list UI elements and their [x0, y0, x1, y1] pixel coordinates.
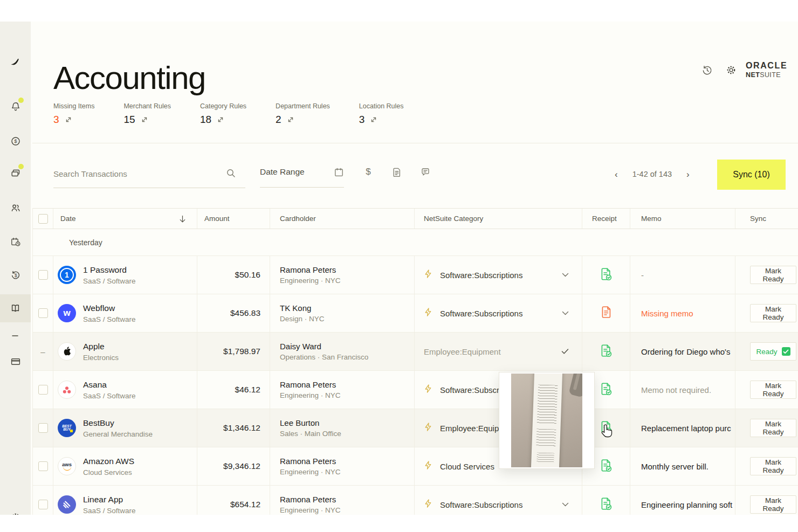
sort-descending-icon — [179, 215, 186, 225]
netsuite-category-dropdown[interactable]: Software:Subscriptions — [415, 294, 582, 332]
notification-dot — [18, 164, 24, 169]
receipt-photo — [511, 374, 582, 467]
search-icon — [226, 169, 236, 180]
row-checkbox[interactable] — [33, 256, 53, 294]
chevron-down-icon[interactable] — [562, 273, 569, 277]
netsuite-category-label: Software:Subscriptions — [440, 500, 522, 509]
sync-cell: Mark Ready — [735, 409, 798, 447]
mark-ready-button[interactable]: Mark Ready — [750, 457, 796, 475]
mark-ready-button[interactable]: Mark Ready — [750, 419, 796, 437]
mark-ready-button[interactable]: Mark Ready — [750, 381, 796, 399]
mouse-cursor-pointer — [601, 424, 615, 441]
merchant-logo-apple — [58, 342, 76, 361]
prev-page-icon[interactable]: ‹ — [615, 170, 618, 179]
expand-icon[interactable] — [217, 114, 224, 126]
cardholder-name: Daisy Ward — [280, 342, 368, 351]
netsuite-category-dropdown[interactable]: Software:Subscriptions — [415, 256, 582, 294]
pagination: ‹ 1-42 of 143 › — [615, 166, 690, 182]
receipt-attached-icon[interactable] — [600, 344, 613, 360]
oracle-netsuite-logo: ORACLE NETSUITE — [746, 61, 787, 79]
chevron-down-icon[interactable] — [562, 502, 569, 507]
cardholder-name: Ramona Peters — [280, 265, 341, 274]
receipt-attached-icon[interactable] — [600, 382, 613, 398]
receipt-attached-icon[interactable] — [600, 459, 613, 474]
mark-ready-button[interactable]: Mark Ready — [750, 495, 796, 514]
sync-cell: Ready — [735, 333, 798, 370]
receipt-filter-icon[interactable] — [390, 165, 404, 179]
row-checkbox[interactable] — [33, 409, 53, 447]
memo-cell: Monthly server bill. — [630, 447, 735, 485]
receipt-attached-icon[interactable] — [600, 267, 613, 283]
select-all-checkbox[interactable] — [33, 209, 53, 229]
column-header-receipt[interactable]: Receipt — [582, 209, 630, 229]
expand-icon[interactable] — [287, 114, 294, 126]
notification-dot — [18, 98, 24, 103]
ready-button[interactable]: Ready — [750, 342, 796, 361]
cardholder-name: Ramona Peters — [280, 457, 341, 466]
sidebar-item-credit-card-icon[interactable] — [0, 350, 31, 374]
row-checkbox[interactable] — [33, 371, 53, 409]
amount-cell: $50.16 — [197, 256, 270, 294]
sync-cell: Mark Ready — [735, 371, 798, 409]
svg-text:$: $ — [14, 138, 17, 144]
netsuite-category-label: Software:Subscriptions — [440, 309, 522, 318]
chevron-down-icon[interactable] — [562, 311, 569, 315]
sync-button[interactable]: Sync (10) — [717, 160, 786, 190]
sidebar-item-dollar-refresh-icon[interactable]: $ — [0, 264, 31, 287]
next-page-icon[interactable]: › — [686, 170, 690, 179]
merchant-category: Cloud Services — [83, 468, 134, 476]
sidebar: $$ — [0, 22, 31, 515]
merchant-name: Asana — [83, 380, 136, 390]
column-header-amount[interactable]: Amount — [197, 209, 270, 229]
sidebar-item-book-icon[interactable] — [0, 294, 31, 322]
expand-icon[interactable] — [65, 114, 72, 126]
cardholder-cell: Daisy WardOperations · San Francisco — [270, 333, 415, 370]
row-checkbox[interactable] — [33, 294, 53, 332]
amount-cell: $9,346.12 — [197, 447, 270, 485]
ready-checkbox-icon[interactable] — [782, 347, 790, 356]
date-range-filter[interactable]: Date Range — [260, 162, 344, 188]
sidebar-item-bell-icon[interactable] — [0, 95, 31, 119]
column-header-memo[interactable]: Memo — [630, 209, 735, 229]
memo-cell: Ordering for Diego who's — [630, 333, 735, 370]
expand-icon[interactable] — [141, 114, 148, 126]
auto-categorized-bolt-icon — [424, 384, 432, 396]
merchant-logo-bestbuy: BESTBUY — [58, 419, 76, 437]
expand-icon[interactable] — [370, 114, 377, 126]
receipt-attached-icon[interactable] — [600, 497, 613, 513]
column-header-sync[interactable]: Sync — [735, 209, 798, 229]
row-checkbox[interactable] — [33, 447, 53, 485]
merchant-category: General Merchandise — [83, 430, 153, 438]
sidebar-item-logo-icon[interactable] — [0, 50, 31, 74]
mark-ready-button[interactable]: Mark Ready — [750, 304, 796, 322]
history-icon[interactable] — [700, 63, 714, 77]
netsuite-category-dropdown[interactable]: Employee:Equipment — [415, 333, 582, 370]
sidebar-item-dollar-circle-icon[interactable]: $ — [0, 129, 31, 153]
mark-ready-button[interactable]: Mark Ready — [750, 266, 796, 284]
merchant-name: Amazon AWS — [83, 457, 134, 466]
memo-filter-icon[interactable] — [418, 165, 432, 179]
receipt-missing-icon[interactable] — [601, 306, 612, 321]
cardholder-name: Lee Burton — [280, 418, 341, 427]
footer-mask — [0, 515, 798, 532]
table-row: 11 PasswordSaaS / Software$50.16Ramona P… — [33, 256, 798, 294]
amount-filter-icon[interactable]: $ — [361, 165, 375, 179]
settings-gear-icon[interactable] — [724, 63, 738, 77]
table-row: BESTBUYBestBuyGeneral Merchandise$1,346.… — [33, 409, 798, 447]
memo-text: Replacement laptop purc — [641, 424, 731, 433]
synced-check-icon — [561, 349, 569, 355]
row-checkbox[interactable]: – — [33, 333, 53, 370]
search-field[interactable] — [53, 162, 245, 188]
search-input[interactable] — [53, 162, 226, 178]
column-header-date[interactable]: Date — [53, 209, 197, 229]
sidebar-item-calendar-clock-icon[interactable] — [0, 230, 31, 254]
receipt-cell — [582, 256, 630, 294]
column-header-cardholder[interactable]: Cardholder — [270, 209, 415, 229]
sidebar-item-people-icon[interactable] — [0, 196, 31, 220]
cardholder-name: TK Kong — [280, 303, 325, 313]
sidebar-item-cards-icon[interactable] — [0, 161, 31, 185]
cardholder-detail: Engineering · NYC — [280, 391, 341, 399]
column-header-netsuite-category[interactable]: NetSuite Category — [415, 209, 582, 229]
memo-text: Monthly server bill. — [641, 462, 708, 471]
cardholder-detail: Operations · San Francisco — [280, 353, 368, 361]
